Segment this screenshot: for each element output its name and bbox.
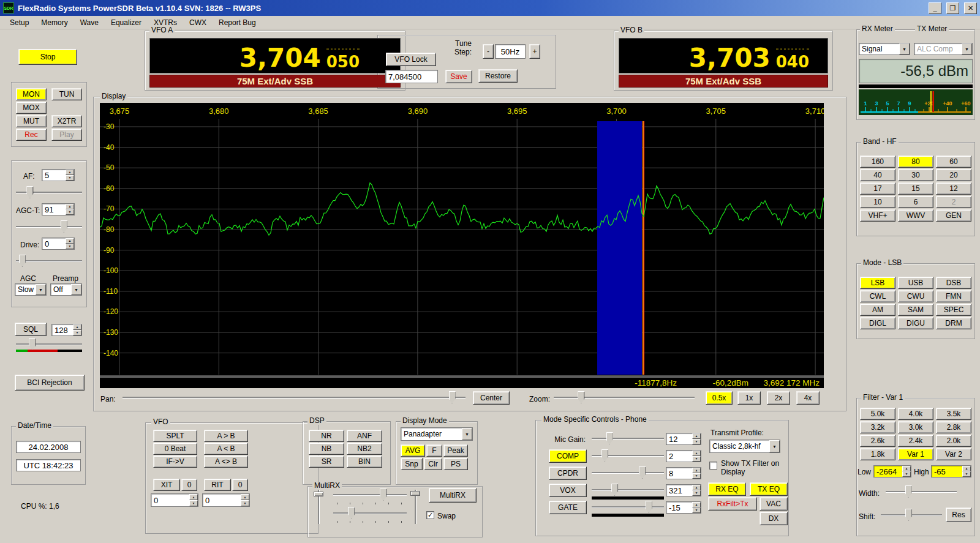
menu-item-report-bug[interactable]: Report Bug bbox=[213, 17, 262, 29]
dsp-anf-button[interactable]: ANF bbox=[347, 430, 382, 442]
filter-2.8k-button[interactable]: 2.8k bbox=[936, 421, 971, 433]
band-80-button[interactable]: 80 bbox=[898, 155, 933, 168]
minimize-icon[interactable]: _ bbox=[929, 2, 941, 14]
drive-slider-thumb[interactable] bbox=[19, 255, 26, 267]
multirx-pan-right-slider-thumb[interactable] bbox=[410, 491, 420, 496]
drive-spinner[interactable]: 0▲▼ bbox=[42, 238, 75, 250]
af-slider-thumb[interactable] bbox=[26, 186, 33, 198]
menu-item-cwx[interactable]: CWX bbox=[183, 17, 213, 29]
af-slider[interactable] bbox=[15, 186, 83, 200]
mode-lsb-button[interactable]: LSB bbox=[860, 277, 895, 289]
band-20-button[interactable]: 20 bbox=[936, 169, 971, 181]
agct-spinner-up-icon[interactable]: ▲ bbox=[66, 204, 74, 209]
comp-spinner[interactable]: 2▲▼ bbox=[666, 450, 701, 462]
preamp-combo[interactable]: Off▼ bbox=[50, 283, 82, 296]
af-spinner-up-icon[interactable]: ▲ bbox=[66, 170, 74, 175]
vfo-a-b-button[interactable]: A <> B bbox=[204, 455, 248, 468]
rit-clear-button[interactable]: 0 bbox=[232, 479, 248, 491]
transmit-profile-combo-arrow-icon[interactable]: ▼ bbox=[769, 440, 780, 452]
mic-gain-slider[interactable] bbox=[590, 432, 665, 446]
filter-2.0k-button[interactable]: 2.0k bbox=[936, 435, 971, 447]
panadapter-spectrum[interactable]: 3,6753,6803,6853,6903,6953,7003,7053,710… bbox=[100, 103, 824, 388]
vfo-splt-button[interactable]: SPLT bbox=[153, 430, 197, 442]
display-mode-combo[interactable]: Panadapter▼ bbox=[401, 427, 473, 441]
mut-button[interactable]: MUT bbox=[16, 115, 47, 127]
filter-high-spinner-down-icon[interactable]: ▼ bbox=[962, 471, 971, 477]
display-peak-button[interactable]: Peak bbox=[443, 444, 468, 457]
vox-spinner-up-icon[interactable]: ▲ bbox=[692, 485, 701, 490]
mode-fmn-button[interactable]: FMN bbox=[936, 290, 971, 302]
vox-spinner[interactable]: 321▲▼ bbox=[666, 484, 701, 496]
af-spinner-down-icon[interactable]: ▼ bbox=[66, 175, 74, 181]
mic-gain-slider-thumb[interactable] bbox=[606, 432, 613, 444]
filter-var-2-button[interactable]: Var 2 bbox=[936, 448, 971, 460]
vox-slider-thumb[interactable] bbox=[611, 484, 618, 496]
filter-2.6k-button[interactable]: 2.6k bbox=[860, 435, 895, 447]
title-bar[interactable]: SDR FlexRadio Systems PowerSDR Beta v1.1… bbox=[0, 0, 980, 16]
menu-item-wave[interactable]: Wave bbox=[74, 17, 105, 29]
tx-meter-combo-arrow-icon[interactable]: ▼ bbox=[962, 43, 972, 54]
band-12-button[interactable]: 12 bbox=[936, 182, 971, 195]
filter-4.0k-button[interactable]: 4.0k bbox=[898, 408, 933, 420]
vox-spinner-down-icon[interactable]: ▼ bbox=[692, 490, 701, 496]
vfo-lock-button[interactable]: VFO Lock bbox=[386, 53, 436, 66]
gate-slider-thumb[interactable] bbox=[646, 501, 652, 513]
mode-drm-button[interactable]: DRM bbox=[936, 317, 971, 329]
filter-high-spinner[interactable]: -65▲▼ bbox=[931, 465, 971, 477]
agct-slider-thumb[interactable] bbox=[61, 220, 67, 233]
xit-spinner-down-icon[interactable]: ▼ bbox=[189, 500, 198, 506]
filter-low-spinner-up-icon[interactable]: ▲ bbox=[902, 466, 911, 471]
rit-spinner-up-icon[interactable]: ▲ bbox=[241, 494, 249, 500]
drive-slider[interactable] bbox=[15, 255, 83, 268]
save-button[interactable]: Save bbox=[445, 70, 472, 83]
vfo-a-b-button[interactable]: A < B bbox=[204, 443, 248, 455]
tx-meter-combo[interactable]: ALC Comp▼ bbox=[914, 43, 973, 55]
band-6-button[interactable]: 6 bbox=[898, 196, 933, 208]
bci-rejection-button[interactable]: BCI Rejection bbox=[15, 375, 85, 391]
tune-step-up-button[interactable]: + bbox=[529, 44, 540, 59]
mode-dsb-button[interactable]: DSB bbox=[936, 277, 971, 289]
rxfilt-tx-button[interactable]: RxFilt>Tx bbox=[708, 497, 757, 511]
res-button[interactable]: Res bbox=[946, 507, 971, 522]
maximize-icon[interactable]: ❐ bbox=[946, 2, 959, 14]
filter-3.2k-button[interactable]: 3.2k bbox=[860, 421, 895, 433]
show-tx-filter-checkbox[interactable] bbox=[709, 462, 717, 470]
time-field[interactable]: UTC 18:42:23 bbox=[16, 459, 81, 471]
filter-high-spinner-up-icon[interactable]: ▲ bbox=[962, 466, 971, 471]
menu-item-equalizer[interactable]: Equalizer bbox=[105, 17, 148, 29]
filter-3.0k-button[interactable]: 3.0k bbox=[898, 421, 933, 433]
tx-eq-button[interactable]: TX EQ bbox=[750, 482, 788, 496]
band-2-button[interactable]: 2 bbox=[936, 196, 971, 208]
filter-var-1-button[interactable]: Var 1 bbox=[898, 448, 933, 460]
restore-button[interactable]: Restore bbox=[478, 69, 518, 83]
mode-cwu-button[interactable]: CWU bbox=[898, 290, 933, 302]
date-field[interactable]: 24.02.2008 bbox=[16, 441, 81, 453]
swap-checkbox[interactable]: ✓ bbox=[426, 511, 434, 519]
sql-button[interactable]: SQL bbox=[15, 323, 47, 336]
pan-slider-thumb[interactable] bbox=[449, 391, 456, 403]
display-ps-button[interactable]: PS bbox=[443, 458, 468, 470]
sql-slider[interactable] bbox=[15, 338, 83, 351]
cpdr-spinner[interactable]: 8▲▼ bbox=[666, 467, 701, 479]
zoom-4x-button[interactable]: 4x bbox=[796, 391, 820, 405]
dsp-bin-button[interactable]: BIN bbox=[347, 455, 382, 468]
filter-2.4k-button[interactable]: 2.4k bbox=[898, 435, 933, 447]
tune-step-down-button[interactable]: - bbox=[483, 44, 494, 59]
dsp-nb2-button[interactable]: NB2 bbox=[347, 443, 382, 455]
band-160-button[interactable]: 160 bbox=[860, 155, 895, 168]
mode-usb-button[interactable]: USB bbox=[898, 277, 933, 289]
menu-item-setup[interactable]: Setup bbox=[4, 17, 35, 29]
band-10-button[interactable]: 10 bbox=[860, 196, 895, 208]
agct-spinner-down-icon[interactable]: ▼ bbox=[66, 209, 74, 215]
display-f-button[interactable]: F bbox=[426, 444, 442, 457]
filter-3.5k-button[interactable]: 3.5k bbox=[936, 408, 971, 420]
cpdr-spinner-up-icon[interactable]: ▲ bbox=[692, 468, 701, 473]
zoom-2x-button[interactable]: 2x bbox=[767, 391, 790, 405]
multirx-pan-slider-thumb[interactable] bbox=[348, 507, 355, 519]
agc-combo[interactable]: Slow▼ bbox=[15, 283, 47, 296]
preamp-combo-arrow-icon[interactable]: ▼ bbox=[71, 284, 81, 295]
drive-spinner-down-icon[interactable]: ▼ bbox=[66, 244, 74, 249]
xit-spinner-up-icon[interactable]: ▲ bbox=[189, 494, 198, 500]
mon-button[interactable]: MON bbox=[16, 88, 47, 100]
rit-spinner-down-icon[interactable]: ▼ bbox=[241, 500, 249, 506]
